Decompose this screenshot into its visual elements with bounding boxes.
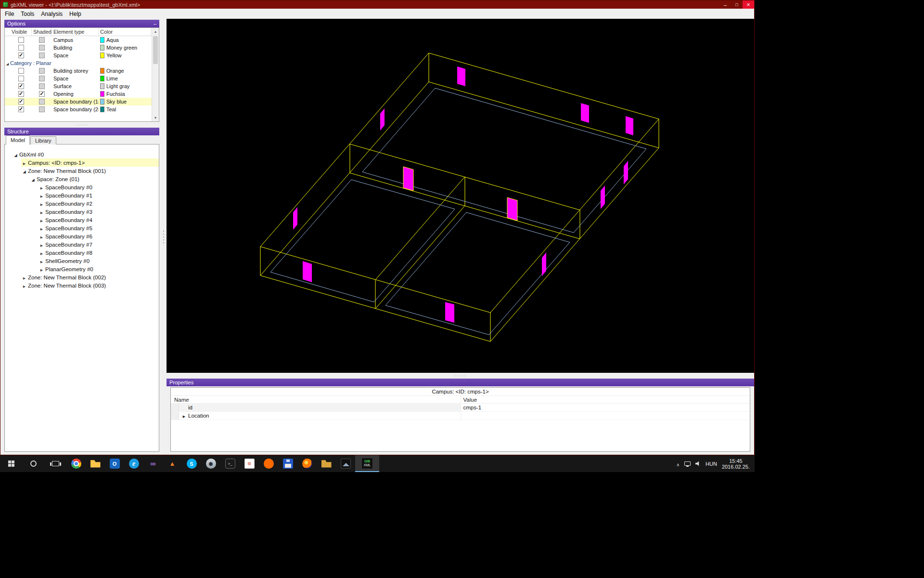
shaded-checkbox[interactable] [39,68,45,74]
shaded-checkbox[interactable] [39,106,45,112]
maximize-button[interactable] [731,0,743,9]
taskbar-icon-edge[interactable] [124,455,143,472]
tray-chevron-icon[interactable] [676,460,680,468]
shaded-checkbox[interactable] [39,76,45,81]
menu-help[interactable]: Help [66,10,85,18]
taskbar-icon-chrome[interactable] [66,455,86,472]
scroll-down-icon[interactable]: ▼ [152,114,159,121]
menu-file[interactable]: File [1,10,17,18]
taskbar-icon-document[interactable] [240,455,259,472]
visible-checkbox[interactable] [18,45,24,51]
language-indicator[interactable]: HUN [706,461,717,467]
minimize-button[interactable] [719,0,731,9]
tree-expand-icon[interactable] [30,176,36,182]
tree-item-zone-003[interactable]: Zone: New Thermal Block (003) [5,281,159,289]
taskbar-icon-terminal[interactable] [220,455,240,472]
close-button[interactable] [743,0,754,9]
taskbar-icon-gbxml-active[interactable]: GB XML [355,455,379,472]
taskbar-icon-steam[interactable] [201,455,220,472]
tree-item-spaceboundary-7[interactable]: SpaceBoundary #7 [5,240,159,249]
tree-expand-icon[interactable] [38,234,45,239]
menu-tools[interactable]: Tools [17,10,38,18]
tab-library[interactable]: Library [30,136,56,144]
taskbar-icon-file-explorer[interactable] [86,455,105,472]
tree-item-spaceboundary-6[interactable]: SpaceBoundary #6 [5,232,159,240]
tree-item-spaceboundary-3[interactable]: SpaceBoundary #3 [5,208,159,216]
options-row-space-planar[interactable]: Space Lime [5,75,159,82]
tree-item-campus[interactable]: Campus: <ID: cmps-1> [5,158,159,167]
scrollbar-thumb[interactable] [153,36,158,64]
visible-checkbox[interactable] [18,53,24,58]
tree-item-spaceboundary-0[interactable]: SpaceBoundary #0 [5,183,159,191]
taskbar-icon-outlook[interactable] [105,455,124,472]
tree-expand-icon[interactable] [38,250,45,256]
shaded-checkbox[interactable] [39,45,45,51]
taskbar-icon-skype[interactable] [182,455,201,472]
tree-expand-icon[interactable] [38,201,45,207]
tree-item-zone-001[interactable]: Zone: New Thermal Block (001) [5,167,159,175]
taskbar-clock[interactable]: 15:45 2016.02.25. [722,458,750,470]
options-scrollbar[interactable]: ▲ ▼ [152,28,159,121]
tree-expand-icon[interactable] [38,225,45,231]
task-view-button[interactable] [44,455,66,472]
tree-item-planargeometry-0[interactable]: PlanarGeometry #0 [5,265,159,273]
shaded-checkbox[interactable] [39,37,45,43]
tree-item-spaceboundary-4[interactable]: SpaceBoundary #4 [5,216,159,224]
visible-checkbox[interactable] [18,83,24,89]
visible-checkbox[interactable] [18,106,24,112]
tree-item-zone-002[interactable]: Zone: New Thermal Block (002) [5,273,159,281]
taskbar-icon-folder-dark[interactable] [317,455,336,472]
options-row-building-storey[interactable]: Building storey Orange [5,67,159,75]
tree-item-spaceboundary-8[interactable]: SpaceBoundary #8 [5,249,159,257]
volume-icon[interactable] [695,461,701,466]
splitter-horizontal[interactable]: ····· [4,122,159,128]
taskbar-icon-vlc[interactable] [163,455,182,472]
visible-checkbox[interactable] [18,99,24,105]
search-button[interactable] [22,455,44,472]
group-expand-icon[interactable] [6,60,9,66]
tab-model[interactable]: Model [6,135,30,144]
tree-expand-icon[interactable] [38,209,45,215]
options-row-opening[interactable]: Opening Fuchsia [5,90,159,98]
tree-item-space-zone-01[interactable]: Space: Zone (01) [5,175,159,183]
visible-checkbox[interactable] [18,91,24,97]
shaded-checkbox[interactable] [39,99,45,105]
tree-item-shellgeometry-0[interactable]: ShellGeometry #0 [5,257,159,265]
tree-item-spaceboundary-5[interactable]: SpaceBoundary #5 [5,224,159,232]
tree-item-spaceboundary-1[interactable]: SpaceBoundary #1 [5,191,159,199]
taskbar-icon-save[interactable] [278,455,297,472]
taskbar-icon-visual-studio[interactable] [143,455,163,472]
tree-expand-icon[interactable] [38,242,45,248]
start-button[interactable] [0,455,22,472]
tree-expand-icon[interactable] [13,152,19,158]
properties-row-id[interactable]: id cmps-1 [171,404,750,412]
tree-expand-icon[interactable] [38,258,45,264]
taskbar-icon-photos[interactable] [336,455,355,472]
tree-expand-icon[interactable] [21,275,27,280]
splitter-vertical[interactable] [160,19,167,455]
3d-scene[interactable] [167,19,754,373]
tree-expand-icon[interactable] [21,168,27,174]
menu-analysis[interactable]: Analysis [38,10,66,18]
visible-checkbox[interactable] [18,76,24,81]
options-row-space-boundary-2nd[interactable]: Space boundary (2nd) Teal [5,105,159,113]
shaded-checkbox[interactable] [39,91,45,97]
shaded-checkbox[interactable] [39,53,45,58]
options-row-space[interactable]: Space Yellow [5,52,159,59]
tree-expand-icon[interactable] [38,184,45,190]
taskbar-icon-orange-app[interactable] [259,455,278,472]
tree-expand-icon[interactable] [38,217,45,223]
tree-expand-icon[interactable] [38,193,45,198]
expand-icon[interactable] [182,413,186,419]
tree-expand-icon[interactable] [21,283,27,289]
options-row-surface[interactable]: Surface Light gray [5,82,159,90]
options-row-building[interactable]: Building Money green [5,44,159,52]
taskbar-icon-firefox[interactable] [297,455,317,472]
options-row-space-boundary-1st[interactable]: Space boundary (1st) Sky blue [5,98,159,105]
visible-checkbox[interactable] [18,68,24,74]
tree-item-gbxml[interactable]: GbXml #0 [5,150,159,158]
visible-checkbox[interactable] [18,37,24,43]
tree-expand-icon[interactable] [38,266,45,272]
tree-item-spaceboundary-2[interactable]: SpaceBoundary #2 [5,199,159,208]
splitter-horizontal-properties[interactable]: ····· [167,373,754,379]
